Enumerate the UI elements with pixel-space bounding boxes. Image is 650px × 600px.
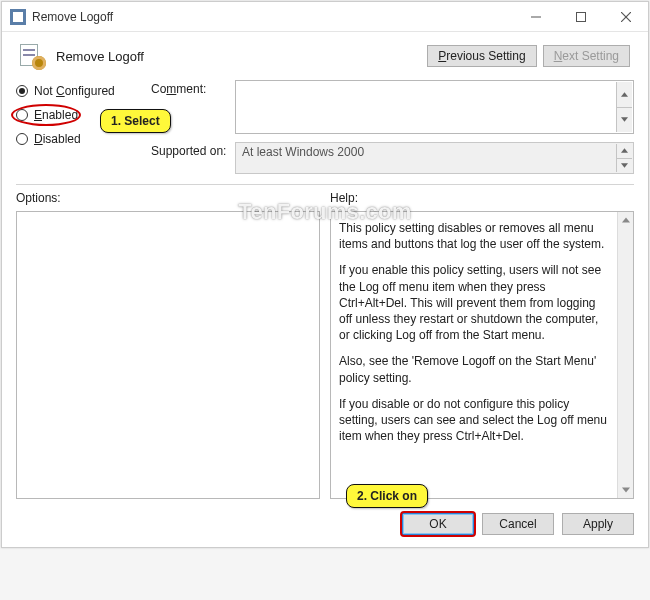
supported-on-box: At least Windows 2000 [235,142,634,174]
scroll-down-button[interactable] [616,158,632,173]
options-pane [16,211,320,499]
svg-marker-8 [622,218,630,223]
scroll-down-icon[interactable] [618,482,633,498]
svg-marker-6 [621,149,628,153]
scroll-track[interactable] [618,228,633,482]
comment-textarea[interactable] [235,80,634,134]
help-pane: This policy setting disables or removes … [330,211,634,499]
svg-marker-5 [621,118,628,122]
scroll-up-button[interactable] [616,144,632,158]
apply-button[interactable]: Apply [562,513,634,535]
policy-icon [16,42,48,70]
policy-title: Remove Logoff [56,49,427,64]
header-row: Remove Logoff Previous Setting Next Sett… [2,32,648,74]
annotation-callout-click: 2. Click on [346,484,428,508]
apply-label-rest: pply [591,517,613,531]
annotation-callout-select: 1. Select [100,109,171,133]
previous-setting-button[interactable]: Previous Setting [427,45,536,67]
svg-marker-4 [621,92,628,96]
next-label-rest: ext Setting [562,49,619,63]
help-paragraph: This policy setting disables or removes … [339,220,611,252]
cancel-label: Cancel [499,517,536,531]
supported-on-label: Supported on: [151,142,235,158]
ok-button[interactable]: OK [402,513,474,535]
help-paragraph: If you disable or do not configure this … [339,396,611,445]
options-label: Options: [16,191,320,205]
scroll-up-icon[interactable] [618,212,633,228]
help-paragraph: If you enable this policy setting, users… [339,262,611,343]
supported-on-value: At least Windows 2000 [242,145,364,159]
scroll-down-button[interactable] [616,107,632,133]
cancel-button[interactable]: Cancel [482,513,554,535]
scroll-up-button[interactable] [616,82,632,107]
help-scrollbar[interactable] [617,212,633,498]
prev-label-rest: revious Setting [446,49,525,63]
svg-marker-7 [621,163,628,167]
minimize-button[interactable] [513,2,558,31]
comment-scroll [616,82,632,132]
next-setting-button[interactable]: Next Setting [543,45,630,67]
radio-icon [16,109,28,121]
supported-scroll [616,144,632,172]
maximize-button[interactable] [558,2,603,31]
app-icon [10,9,26,25]
radio-disabled[interactable]: Disabled [16,132,151,146]
comment-label: Comment: [151,80,235,96]
window-controls [513,2,648,31]
window-title: Remove Logoff [32,10,513,24]
close-button[interactable] [603,2,648,31]
radio-not-configured[interactable]: Not Configured [16,84,151,98]
svg-rect-0 [531,16,541,17]
radio-icon [16,85,28,97]
radio-icon [16,133,28,145]
svg-rect-1 [576,12,585,21]
svg-marker-9 [622,488,630,493]
ok-label: OK [429,517,446,531]
help-label: Help: [330,191,634,205]
title-bar: Remove Logoff [2,2,648,32]
help-paragraph: Also, see the 'Remove Logoff on the Star… [339,353,611,385]
